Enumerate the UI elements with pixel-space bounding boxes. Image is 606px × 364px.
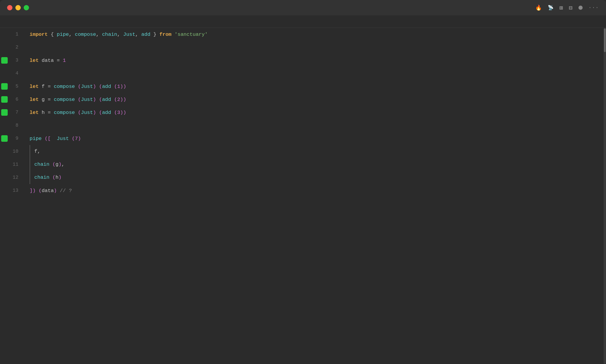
token-fn-name: chain xyxy=(102,32,117,37)
token-paren: ( xyxy=(114,84,117,89)
line-number-9: 9 xyxy=(9,136,18,141)
token-fn-name: Just xyxy=(57,136,69,141)
token-paren: ) xyxy=(93,97,96,102)
token-op: = xyxy=(57,58,60,63)
line-number-2: 2 xyxy=(9,45,18,50)
token-plain: data xyxy=(39,58,57,63)
indent-guide: chain (g), xyxy=(30,158,65,171)
token-paren: ) xyxy=(120,97,123,102)
code-line-7[interactable]: let h = compose (Just) (add (3)) xyxy=(30,106,604,119)
code-line-2[interactable] xyxy=(30,41,604,54)
gutter-row-10: 10 xyxy=(0,145,24,158)
token-plain xyxy=(75,97,78,102)
token-fn-name: add xyxy=(102,110,111,115)
code-line-6[interactable]: let g = compose (Just) (add (2)) xyxy=(30,93,604,106)
token-paren: ) xyxy=(78,136,81,141)
tab-bar xyxy=(0,15,606,28)
tab-untitled[interactable] xyxy=(5,20,13,23)
token-paren: ) xyxy=(93,84,96,89)
token-plain xyxy=(42,136,45,141)
token-op: = xyxy=(48,97,51,102)
code-line-3[interactable]: let data = 1 xyxy=(30,54,604,67)
token-plain xyxy=(172,32,175,37)
token-plain: g xyxy=(39,97,48,102)
token-paren: ( xyxy=(52,162,55,167)
maximize-button[interactable] xyxy=(24,5,29,10)
token-fn-name: add xyxy=(102,97,111,102)
code-line-5[interactable]: let f = compose (Just) (add (1)) xyxy=(30,80,604,93)
code-line-1[interactable]: import { pipe, compose, chain, Just, add… xyxy=(30,28,604,41)
token-fn-name: chain xyxy=(34,175,49,180)
breakpoint-active[interactable] xyxy=(1,96,8,103)
code-area[interactable]: import { pipe, compose, chain, Just, add… xyxy=(24,28,604,364)
line-number-4: 4 xyxy=(9,71,18,76)
token-plain xyxy=(51,136,57,141)
line-number-5: 5 xyxy=(9,84,18,89)
token-fn-name: Just xyxy=(81,110,93,115)
broadcast-icon[interactable]: 📡 xyxy=(548,5,554,11)
token-fn-name: compose xyxy=(54,97,75,102)
breakpoint-empty xyxy=(1,174,8,181)
editor[interactable]: 12345678910111213 import { pipe, compose… xyxy=(0,28,606,364)
breakpoint-active[interactable] xyxy=(1,109,8,116)
flame-icon[interactable]: 🔥 xyxy=(535,4,542,11)
token-num: 7 xyxy=(75,136,78,141)
code-line-11[interactable]: chain (g), xyxy=(30,158,604,171)
scrollbar-thumb[interactable] xyxy=(604,28,606,52)
breakpoint-empty xyxy=(1,148,8,155)
gutter-row-1: 1 xyxy=(0,28,24,41)
line-number-7: 7 xyxy=(9,110,18,115)
token-paren: ( xyxy=(99,84,102,89)
unsaved-dot xyxy=(578,6,583,10)
breakpoint-active[interactable] xyxy=(1,135,8,142)
token-fn-name: chain xyxy=(34,162,49,167)
token-plain xyxy=(51,84,54,89)
token-num: 1 xyxy=(63,58,66,63)
breakpoint-empty xyxy=(1,161,8,168)
title-bar: 🔥 📡 ⊞ ⊟ ··· xyxy=(0,0,606,15)
gutter-row-6: 6 xyxy=(0,93,24,106)
close-button[interactable] xyxy=(7,5,12,10)
token-plain xyxy=(51,110,54,115)
token-plain xyxy=(57,188,60,194)
split-icon[interactable]: ⊟ xyxy=(569,4,573,12)
code-line-8[interactable] xyxy=(30,119,604,132)
token-paren: ( xyxy=(78,110,81,115)
line-number-10: 10 xyxy=(9,149,18,154)
token-kw-let: let xyxy=(30,58,39,63)
code-line-13[interactable]: ]) (data) // ? xyxy=(30,184,604,197)
breakpoint-active[interactable] xyxy=(1,57,8,64)
token-fn-name: compose xyxy=(54,84,75,89)
token-plain xyxy=(49,175,52,180)
line-number-3: 3 xyxy=(9,58,18,63)
gutter-row-3: 3 xyxy=(0,54,24,67)
code-line-12[interactable]: chain (h) xyxy=(30,171,604,184)
token-plain xyxy=(49,162,52,167)
traffic-lights xyxy=(7,5,29,10)
scrollbar[interactable] xyxy=(604,28,606,364)
token-kw-import: import xyxy=(30,32,48,37)
gutter-row-4: 4 xyxy=(0,67,24,80)
token-fn-name: add xyxy=(102,84,111,89)
more-icon[interactable]: ··· xyxy=(589,5,599,11)
line-number-13: 13 xyxy=(9,188,18,193)
line-number-6: 6 xyxy=(9,97,18,102)
breakpoint-empty xyxy=(1,70,8,77)
code-line-9[interactable]: pipe ([ Just (7) xyxy=(30,132,604,145)
grid-icon[interactable]: ⊞ xyxy=(560,4,563,12)
code-line-10[interactable]: f, xyxy=(30,145,604,158)
code-line-4[interactable] xyxy=(30,67,604,80)
token-plain xyxy=(75,84,78,89)
minimize-button[interactable] xyxy=(15,5,21,10)
token-bracket: ([ xyxy=(45,136,51,141)
breakpoint-active[interactable] xyxy=(1,83,8,90)
gutter-row-5: 5 xyxy=(0,80,24,93)
token-plain xyxy=(75,110,78,115)
breakpoint-empty xyxy=(1,44,8,51)
token-comment: // ? xyxy=(60,188,72,194)
token-fn-name: add xyxy=(141,32,151,37)
token-fn-name: compose xyxy=(75,32,96,37)
token-fn-name: Just xyxy=(81,97,93,102)
token-paren: ( xyxy=(52,175,55,180)
gutter-row-9: 9 xyxy=(0,132,24,145)
